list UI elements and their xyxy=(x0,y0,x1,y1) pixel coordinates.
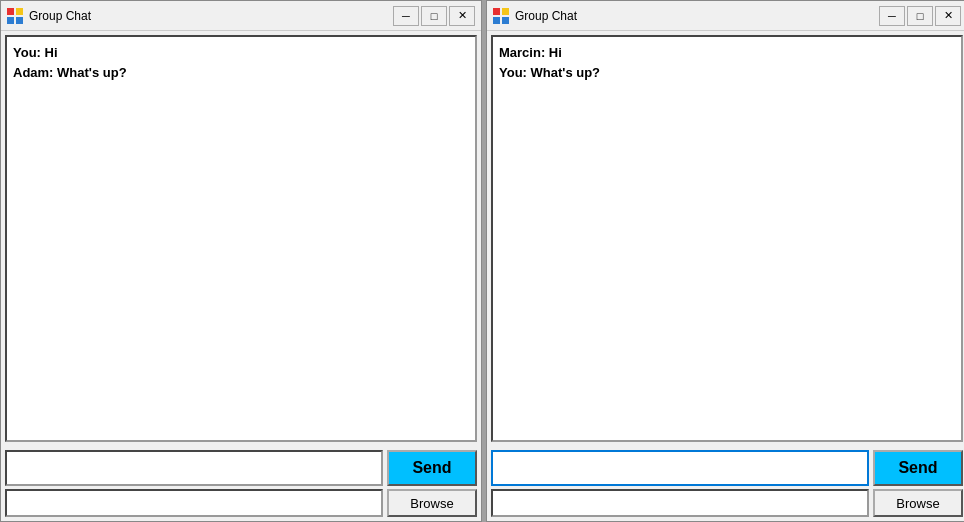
titlebar-1: Group Chat ─ □ ✕ xyxy=(1,1,481,31)
file-input-2[interactable] xyxy=(491,489,869,517)
titlebar-controls-1: ─ □ ✕ xyxy=(393,6,475,26)
window-1: Group Chat ─ □ ✕ You: Hi Adam: What's up… xyxy=(0,0,482,522)
chat-area-1: You: Hi Adam: What's up? xyxy=(5,35,477,442)
file-row-2: Browse xyxy=(491,489,963,517)
svg-rect-6 xyxy=(493,17,500,24)
svg-rect-7 xyxy=(502,17,509,24)
chat-message-2-1: You: What's up? xyxy=(499,63,955,83)
file-input-1[interactable] xyxy=(5,489,383,517)
bottom-area-2: Send Browse xyxy=(487,446,964,521)
titlebar-controls-2: ─ □ ✕ xyxy=(879,6,961,26)
svg-rect-1 xyxy=(16,8,23,15)
input-row-1: Send xyxy=(5,450,477,486)
chat-area-2: Marcin: Hi You: What's up? xyxy=(491,35,963,442)
minimize-button-2[interactable]: ─ xyxy=(879,6,905,26)
close-button-1[interactable]: ✕ xyxy=(449,6,475,26)
svg-rect-5 xyxy=(502,8,509,15)
message-input-2[interactable] xyxy=(491,450,869,486)
titlebar-2: Group Chat ─ □ ✕ xyxy=(487,1,964,31)
svg-rect-0 xyxy=(7,8,14,15)
titlebar-left-2: Group Chat xyxy=(493,8,577,24)
window-2-title: Group Chat xyxy=(515,9,577,23)
app-icon-1 xyxy=(7,8,23,24)
window-2: Group Chat ─ □ ✕ Marcin: Hi You: What's … xyxy=(486,0,964,522)
input-row-2: Send xyxy=(491,450,963,486)
svg-rect-3 xyxy=(16,17,23,24)
bottom-area-1: Send Browse xyxy=(1,446,481,521)
titlebar-left-1: Group Chat xyxy=(7,8,91,24)
send-button-1[interactable]: Send xyxy=(387,450,477,486)
browse-button-2[interactable]: Browse xyxy=(873,489,963,517)
send-button-2[interactable]: Send xyxy=(873,450,963,486)
maximize-button-2[interactable]: □ xyxy=(907,6,933,26)
message-input-1[interactable] xyxy=(5,450,383,486)
svg-rect-2 xyxy=(7,17,14,24)
file-row-1: Browse xyxy=(5,489,477,517)
browse-button-1[interactable]: Browse xyxy=(387,489,477,517)
minimize-button-1[interactable]: ─ xyxy=(393,6,419,26)
window-1-title: Group Chat xyxy=(29,9,91,23)
chat-message-2-0: Marcin: Hi xyxy=(499,43,955,63)
chat-message-1-1: Adam: What's up? xyxy=(13,63,469,83)
app-icon-2 xyxy=(493,8,509,24)
chat-message-1-0: You: Hi xyxy=(13,43,469,63)
close-button-2[interactable]: ✕ xyxy=(935,6,961,26)
svg-rect-4 xyxy=(493,8,500,15)
maximize-button-1[interactable]: □ xyxy=(421,6,447,26)
